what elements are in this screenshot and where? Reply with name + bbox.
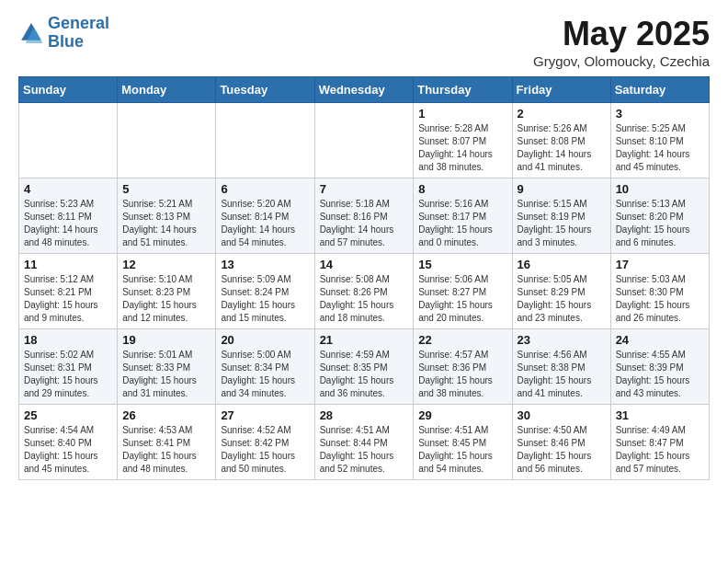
- calendar-cell: 24Sunrise: 4:55 AM Sunset: 8:39 PM Dayli…: [610, 329, 709, 405]
- col-friday: Friday: [512, 77, 610, 103]
- day-number: 25: [24, 408, 112, 422]
- calendar-cell: 12Sunrise: 5:10 AM Sunset: 8:23 PM Dayli…: [118, 254, 216, 329]
- calendar-week-1: 1Sunrise: 5:28 AM Sunset: 8:07 PM Daylig…: [19, 103, 710, 178]
- day-info: Sunrise: 5:00 AM Sunset: 8:34 PM Dayligh…: [221, 349, 309, 400]
- calendar-cell: 3Sunrise: 5:25 AM Sunset: 8:10 PM Daylig…: [610, 103, 709, 178]
- day-number: 9: [518, 182, 606, 196]
- day-info: Sunrise: 5:06 AM Sunset: 8:27 PM Dayligh…: [418, 273, 506, 325]
- day-info: Sunrise: 4:59 AM Sunset: 8:35 PM Dayligh…: [320, 349, 409, 400]
- day-info: Sunrise: 5:13 AM Sunset: 8:20 PM Dayligh…: [616, 198, 704, 249]
- day-number: 27: [221, 408, 309, 422]
- calendar-cell: 26Sunrise: 4:53 AM Sunset: 8:41 PM Dayli…: [118, 405, 216, 480]
- calendar-cell: 16Sunrise: 5:05 AM Sunset: 8:29 PM Dayli…: [512, 254, 610, 329]
- calendar-cell: 21Sunrise: 4:59 AM Sunset: 8:35 PM Dayli…: [314, 329, 414, 405]
- day-info: Sunrise: 4:55 AM Sunset: 8:39 PM Dayligh…: [616, 349, 704, 400]
- calendar-cell: 8Sunrise: 5:16 AM Sunset: 8:17 PM Daylig…: [414, 178, 512, 254]
- calendar-cell: [19, 103, 118, 178]
- day-number: 29: [418, 408, 506, 422]
- calendar-week-3: 11Sunrise: 5:12 AM Sunset: 8:21 PM Dayli…: [19, 254, 710, 329]
- calendar-cell: 28Sunrise: 4:51 AM Sunset: 8:44 PM Dayli…: [314, 405, 414, 480]
- calendar-cell: 14Sunrise: 5:08 AM Sunset: 8:26 PM Dayli…: [314, 254, 414, 329]
- col-thursday: Thursday: [414, 77, 512, 103]
- month-title: May 2025: [533, 15, 710, 53]
- day-number: 2: [518, 107, 606, 121]
- day-number: 18: [24, 333, 112, 347]
- day-info: Sunrise: 5:23 AM Sunset: 8:11 PM Dayligh…: [24, 198, 112, 249]
- calendar-cell: 31Sunrise: 4:49 AM Sunset: 8:47 PM Dayli…: [610, 405, 709, 480]
- day-number: 22: [418, 333, 506, 347]
- calendar-cell: 22Sunrise: 4:57 AM Sunset: 8:36 PM Dayli…: [414, 329, 512, 405]
- calendar-header-row: Sunday Monday Tuesday Wednesday Thursday…: [19, 77, 710, 103]
- day-number: 24: [616, 333, 704, 347]
- day-number: 8: [418, 182, 506, 196]
- logo-line2: Blue: [48, 32, 84, 51]
- day-info: Sunrise: 5:09 AM Sunset: 8:24 PM Dayligh…: [221, 273, 309, 325]
- logo: General Blue: [18, 15, 109, 52]
- calendar-cell: [118, 103, 216, 178]
- calendar-week-5: 25Sunrise: 4:54 AM Sunset: 8:40 PM Dayli…: [19, 405, 710, 480]
- calendar-cell: 23Sunrise: 4:56 AM Sunset: 8:38 PM Dayli…: [512, 329, 610, 405]
- calendar-cell: 25Sunrise: 4:54 AM Sunset: 8:40 PM Dayli…: [19, 405, 118, 480]
- day-number: 16: [518, 258, 606, 271]
- calendar-cell: 30Sunrise: 4:50 AM Sunset: 8:46 PM Dayli…: [512, 405, 610, 480]
- header: General Blue May 2025 Grygov, Olomoucky,…: [18, 15, 710, 69]
- logo-text: General Blue: [48, 15, 109, 52]
- day-number: 14: [320, 258, 409, 271]
- day-number: 7: [320, 182, 409, 196]
- col-saturday: Saturday: [610, 77, 709, 103]
- logo-icon: [18, 20, 44, 46]
- day-info: Sunrise: 4:52 AM Sunset: 8:42 PM Dayligh…: [221, 424, 309, 476]
- day-info: Sunrise: 5:18 AM Sunset: 8:16 PM Dayligh…: [320, 198, 409, 249]
- calendar-cell: 13Sunrise: 5:09 AM Sunset: 8:24 PM Dayli…: [216, 254, 314, 329]
- col-wednesday: Wednesday: [314, 77, 414, 103]
- day-number: 13: [221, 258, 309, 271]
- calendar-cell: [216, 103, 314, 178]
- day-number: 10: [616, 182, 704, 196]
- day-info: Sunrise: 5:10 AM Sunset: 8:23 PM Dayligh…: [122, 273, 210, 325]
- col-sunday: Sunday: [19, 77, 118, 103]
- calendar-week-2: 4Sunrise: 5:23 AM Sunset: 8:11 PM Daylig…: [19, 178, 710, 254]
- day-info: Sunrise: 4:54 AM Sunset: 8:40 PM Dayligh…: [24, 424, 112, 476]
- calendar-cell: 10Sunrise: 5:13 AM Sunset: 8:20 PM Dayli…: [610, 178, 709, 254]
- calendar-cell: [314, 103, 414, 178]
- calendar-cell: 5Sunrise: 5:21 AM Sunset: 8:13 PM Daylig…: [118, 178, 216, 254]
- day-number: 15: [418, 258, 506, 271]
- day-number: 21: [320, 333, 409, 347]
- day-number: 3: [616, 107, 704, 121]
- day-number: 20: [221, 333, 309, 347]
- day-info: Sunrise: 4:57 AM Sunset: 8:36 PM Dayligh…: [418, 349, 506, 400]
- calendar-cell: 9Sunrise: 5:15 AM Sunset: 8:19 PM Daylig…: [512, 178, 610, 254]
- col-tuesday: Tuesday: [216, 77, 314, 103]
- calendar-cell: 1Sunrise: 5:28 AM Sunset: 8:07 PM Daylig…: [414, 103, 512, 178]
- day-number: 4: [24, 182, 112, 196]
- day-info: Sunrise: 4:56 AM Sunset: 8:38 PM Dayligh…: [518, 349, 606, 400]
- day-info: Sunrise: 5:01 AM Sunset: 8:33 PM Dayligh…: [122, 349, 210, 400]
- calendar-cell: 15Sunrise: 5:06 AM Sunset: 8:27 PM Dayli…: [414, 254, 512, 329]
- day-number: 17: [616, 258, 704, 271]
- location-subtitle: Grygov, Olomoucky, Czechia: [533, 53, 710, 69]
- day-info: Sunrise: 5:16 AM Sunset: 8:17 PM Dayligh…: [418, 198, 506, 249]
- logo-line1: General: [48, 14, 109, 32]
- col-monday: Monday: [118, 77, 216, 103]
- day-number: 19: [122, 333, 210, 347]
- day-number: 5: [122, 182, 210, 196]
- calendar-cell: 6Sunrise: 5:20 AM Sunset: 8:14 PM Daylig…: [216, 178, 314, 254]
- day-info: Sunrise: 4:51 AM Sunset: 8:45 PM Dayligh…: [418, 424, 506, 476]
- day-number: 12: [122, 258, 210, 271]
- day-info: Sunrise: 5:08 AM Sunset: 8:26 PM Dayligh…: [320, 273, 409, 325]
- calendar-cell: 17Sunrise: 5:03 AM Sunset: 8:30 PM Dayli…: [610, 254, 709, 329]
- calendar-cell: 29Sunrise: 4:51 AM Sunset: 8:45 PM Dayli…: [414, 405, 512, 480]
- page: General Blue May 2025 Grygov, Olomoucky,…: [0, 0, 728, 499]
- day-number: 31: [616, 408, 704, 422]
- title-block: May 2025 Grygov, Olomoucky, Czechia: [533, 15, 710, 69]
- day-info: Sunrise: 5:21 AM Sunset: 8:13 PM Dayligh…: [122, 198, 210, 249]
- day-info: Sunrise: 5:03 AM Sunset: 8:30 PM Dayligh…: [616, 273, 704, 325]
- day-number: 1: [418, 107, 506, 121]
- day-info: Sunrise: 4:50 AM Sunset: 8:46 PM Dayligh…: [518, 424, 606, 476]
- calendar-cell: 20Sunrise: 5:00 AM Sunset: 8:34 PM Dayli…: [216, 329, 314, 405]
- day-number: 26: [122, 408, 210, 422]
- day-number: 11: [24, 258, 112, 271]
- day-info: Sunrise: 5:20 AM Sunset: 8:14 PM Dayligh…: [221, 198, 309, 249]
- day-info: Sunrise: 5:26 AM Sunset: 8:08 PM Dayligh…: [518, 122, 606, 174]
- calendar-week-4: 18Sunrise: 5:02 AM Sunset: 8:31 PM Dayli…: [19, 329, 710, 405]
